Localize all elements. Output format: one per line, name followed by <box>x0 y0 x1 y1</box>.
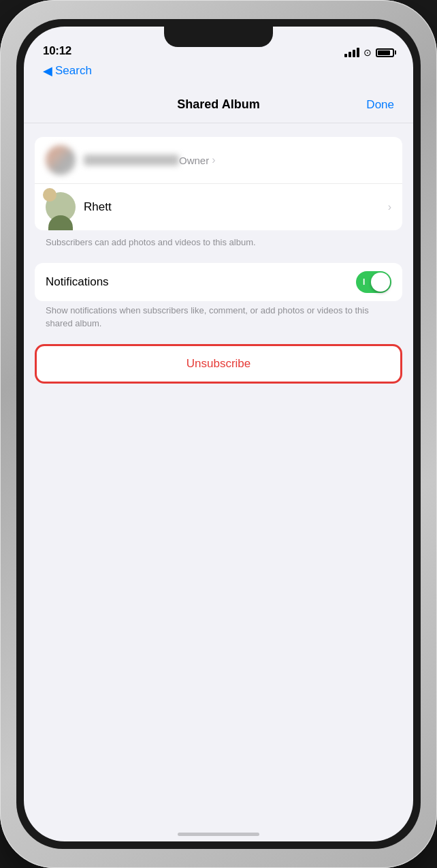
back-label[interactable]: Search <box>55 64 92 78</box>
owner-label: Owner <box>179 155 209 166</box>
back-navigation[interactable]: ◀ Search <box>24 62 413 84</box>
back-chevron-icon: ◀ <box>43 63 52 78</box>
owner-chevron-icon: › <box>212 154 215 166</box>
owner-name-blurred <box>84 155 179 166</box>
unsubscribe-section: Unsubscribe <box>35 344 402 384</box>
people-section: Owner › Rhett › Subscribers can add phot… <box>35 137 402 249</box>
unsubscribe-button[interactable]: Unsubscribe <box>35 344 402 384</box>
screen: 10:12 ⊙ ◀ Search <box>24 27 413 841</box>
notifications-card: Notifications I <box>35 263 402 301</box>
contact-row-rhett[interactable]: Rhett › <box>35 184 402 230</box>
phone-inner: 10:12 ⊙ ◀ Search <box>16 19 421 849</box>
owner-row[interactable]: Owner › <box>35 137 402 184</box>
toggle-thumb <box>371 273 390 292</box>
contact-name-rhett: Rhett <box>84 200 388 214</box>
wifi-icon: ⊙ <box>363 47 372 58</box>
battery-icon <box>376 48 394 57</box>
home-indicator[interactable] <box>178 833 259 836</box>
notifications-description: Show notifications when subscribers like… <box>35 301 402 330</box>
status-icons: ⊙ <box>344 47 394 58</box>
notifications-toggle[interactable]: I <box>356 271 391 293</box>
people-card: Owner › Rhett › <box>35 137 402 230</box>
rhett-avatar <box>46 192 76 222</box>
sheet-title: Shared Album <box>177 97 259 112</box>
toggle-i-icon: I <box>363 277 365 287</box>
done-button[interactable]: Done <box>366 98 394 112</box>
notifications-label: Notifications <box>46 275 109 289</box>
subscribers-info-text: Subscribers can add photos and videos to… <box>35 230 402 249</box>
toggle-track: I <box>356 271 391 293</box>
notifications-section: Notifications I Show notifications when … <box>35 263 402 330</box>
status-time: 10:12 <box>43 44 71 58</box>
owner-avatar <box>46 145 76 175</box>
signal-icon <box>344 48 359 57</box>
notch <box>164 27 273 47</box>
sheet-header: Shared Album Done <box>24 84 413 123</box>
phone-frame: 10:12 ⊙ ◀ Search <box>0 0 437 868</box>
rhett-chevron-icon: › <box>388 201 391 213</box>
spacer <box>24 384 413 842</box>
notification-row: Notifications I <box>46 263 391 301</box>
